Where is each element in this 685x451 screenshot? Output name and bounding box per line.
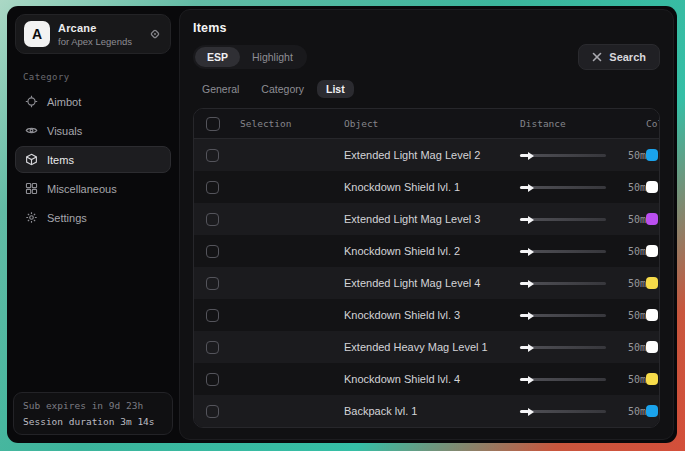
row-checkbox[interactable]: [206, 181, 219, 194]
sidebar-item-settings[interactable]: Settings: [15, 204, 171, 231]
slider-thumb[interactable]: [528, 280, 534, 288]
row-object-label: Knockdown Shield lvl. 2: [344, 245, 520, 257]
mode-tab-esp[interactable]: ESP: [195, 47, 240, 67]
row-checkbox[interactable]: [206, 245, 219, 258]
row-checkbox[interactable]: [206, 341, 219, 354]
distance-slider[interactable]: [520, 186, 606, 189]
sidebar-item-miscellaneous[interactable]: Miscellaneous: [15, 175, 171, 202]
color-swatch[interactable]: [646, 181, 658, 193]
app-window: A Arcane for Apex Legends Category Aimbo…: [7, 6, 677, 443]
app-logo: A: [24, 21, 50, 47]
row-checkbox[interactable]: [206, 149, 219, 162]
select-all-checkbox[interactable]: [206, 117, 220, 131]
distance-slider[interactable]: [520, 218, 606, 221]
session-duration-text: Session duration 3m 14s: [23, 416, 163, 427]
view-tab-list[interactable]: List: [317, 80, 354, 98]
x-icon: [592, 52, 602, 62]
app-name: Arcane: [58, 22, 140, 34]
color-swatch[interactable]: [646, 373, 658, 385]
package-icon: [25, 153, 38, 166]
distance-slider[interactable]: [520, 154, 606, 157]
sidebar-item-label: Items: [47, 154, 74, 166]
sidebar-item-visuals[interactable]: Visuals: [15, 117, 171, 144]
table-body: Extended Light Mag Level 2 50m Knockdown…: [194, 139, 659, 427]
column-color: Color: [646, 118, 660, 129]
table-row: Extended Light Mag Level 3 50m: [194, 203, 659, 235]
row-checkbox[interactable]: [206, 405, 219, 418]
distance-slider[interactable]: [520, 378, 606, 381]
row-checkbox[interactable]: [206, 309, 219, 322]
row-checkbox[interactable]: [206, 277, 219, 290]
sidebar: A Arcane for Apex Legends Category Aimbo…: [7, 6, 179, 443]
sidebar-item-aimbot[interactable]: Aimbot: [15, 88, 171, 115]
color-swatch[interactable]: [646, 245, 658, 257]
row-object-label: Extended Light Mag Level 3: [344, 213, 520, 225]
row-object-label: Extended Light Mag Level 4: [344, 277, 520, 289]
slider-thumb[interactable]: [528, 248, 534, 256]
eye-icon: [25, 124, 38, 137]
sidebar-nav: Aimbot Visuals Items Miscellaneous Setti…: [13, 88, 173, 231]
table-row: Knockdown Shield lvl. 2 50m: [194, 235, 659, 267]
slider-thumb[interactable]: [528, 152, 534, 160]
color-swatch[interactable]: [646, 213, 658, 225]
sub-expiry-text: Sub expires in 9d 23h: [23, 400, 163, 411]
app-header-card: A Arcane for Apex Legends: [15, 14, 171, 54]
row-checkbox[interactable]: [206, 373, 219, 386]
column-distance: Distance: [520, 118, 612, 129]
distance-slider[interactable]: [520, 282, 606, 285]
slider-thumb[interactable]: [528, 312, 534, 320]
blocks-icon: [25, 182, 38, 195]
row-distance-value: 50m: [612, 246, 646, 257]
distance-slider[interactable]: [520, 346, 606, 349]
app-meta: Arcane for Apex Legends: [58, 22, 140, 47]
slider-thumb[interactable]: [528, 408, 534, 416]
sidebar-item-label: Aimbot: [47, 96, 81, 108]
row-distance-value: 50m: [612, 342, 646, 353]
distance-slider[interactable]: [520, 314, 606, 317]
row-checkbox[interactable]: [206, 213, 219, 226]
sidebar-item-label: Settings: [47, 212, 87, 224]
row-distance-value: 50m: [612, 182, 646, 193]
slider-thumb[interactable]: [528, 376, 534, 384]
mode-segment: ESPHighlight: [193, 45, 307, 69]
distance-slider[interactable]: [520, 250, 606, 253]
slider-thumb[interactable]: [528, 344, 534, 352]
table-row: Knockdown Shield lvl. 4 50m: [194, 363, 659, 395]
gear-icon: [25, 211, 38, 224]
mode-tab-highlight[interactable]: Highlight: [240, 47, 305, 67]
view-tabs: GeneralCategoryList: [193, 80, 660, 98]
slider-thumb[interactable]: [528, 184, 534, 192]
diamond-icon[interactable]: [148, 27, 162, 41]
row-distance-value: 50m: [612, 406, 646, 417]
slider-thumb[interactable]: [528, 216, 534, 224]
mode-row: ESPHighlight Search: [193, 44, 660, 70]
row-object-label: Extended Heavy Mag Level 1: [344, 341, 520, 353]
row-distance-value: 50m: [612, 150, 646, 161]
row-object-label: Knockdown Shield lvl. 4: [344, 373, 520, 385]
row-distance-value: 50m: [612, 214, 646, 225]
color-swatch[interactable]: [646, 405, 658, 417]
distance-slider[interactable]: [520, 410, 606, 413]
table-row: Knockdown Shield lvl. 1 50m: [194, 171, 659, 203]
table-row: Extended Light Mag Level 2 50m: [194, 139, 659, 171]
sidebar-item-label: Miscellaneous: [47, 183, 117, 195]
sidebar-item-items[interactable]: Items: [15, 146, 171, 173]
view-tab-general[interactable]: General: [193, 80, 248, 98]
color-swatch[interactable]: [646, 149, 658, 161]
items-table: Selection Object Distance Color Extended…: [193, 108, 660, 428]
crosshair-icon: [25, 95, 38, 108]
table-row: Extended Heavy Mag Level 1 50m: [194, 331, 659, 363]
color-swatch[interactable]: [646, 309, 658, 321]
search-button[interactable]: Search: [578, 44, 660, 70]
column-object: Object: [344, 118, 520, 129]
row-object-label: Backpack lvl. 1: [344, 405, 520, 417]
subscription-box: Sub expires in 9d 23h Session duration 3…: [13, 392, 173, 435]
sidebar-section-label: Category: [23, 72, 173, 82]
view-tab-category[interactable]: Category: [252, 80, 313, 98]
table-row: Knockdown Shield lvl. 3 50m: [194, 299, 659, 331]
table-row: Extended Light Mag Level 4 50m: [194, 267, 659, 299]
table-header-row: Selection Object Distance Color: [194, 109, 659, 139]
color-swatch[interactable]: [646, 341, 658, 353]
color-swatch[interactable]: [646, 277, 658, 289]
column-selection: Selection: [240, 118, 344, 129]
